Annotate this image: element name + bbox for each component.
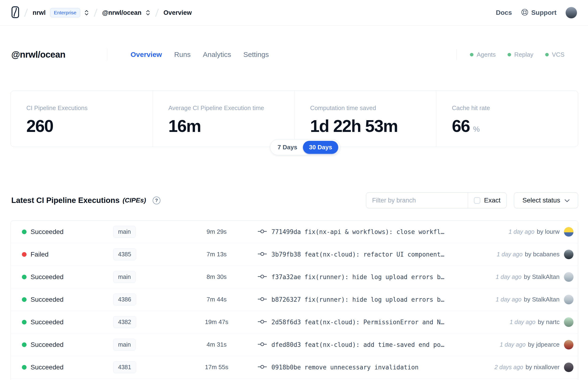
tab-runs[interactable]: Runs <box>174 51 190 58</box>
branch-badge: main <box>113 339 136 351</box>
range-30-days-button[interactable]: 30 Days <box>303 141 338 154</box>
table-row[interactable]: Succeeded main 4m 31s dfed80d3feat(nx-cl… <box>11 333 578 356</box>
table-row[interactable]: Succeeded 4381 17m 55s 0918b0beremove un… <box>11 356 578 379</box>
stat-label: CI Pipeline Executions <box>26 104 153 112</box>
workspace-tabs: Overview Runs Analytics Settings <box>131 51 269 58</box>
commit-hash: 2d58f6d3 <box>271 319 301 326</box>
git-commit-icon <box>258 297 267 303</box>
tab-overview[interactable]: Overview <box>131 51 162 58</box>
branch-badge: 4385 <box>113 248 136 260</box>
commit-message: fix(runner): hide log upload errors b… <box>304 296 444 303</box>
author: by StalkAltan <box>524 296 560 303</box>
table-row[interactable]: Failed 4385 7m 13s 3b79fb38feat(nx-cloud… <box>11 243 578 266</box>
help-icon[interactable]: ? <box>153 197 160 204</box>
stats-card: CI Pipeline Executions 260 Average CI Pi… <box>11 91 578 147</box>
author: by nartc <box>538 318 560 326</box>
breadcrumb-separator <box>94 9 97 17</box>
commit-message: remove unnecessary invalidation <box>304 364 418 371</box>
table-row[interactable]: Succeeded 4382 19m 47s 2d58f6d3feat(nx-c… <box>11 311 578 333</box>
stat-label: Computation time saved <box>310 104 436 112</box>
commit-hash: 771499da <box>271 228 301 235</box>
commit-hash: f37a32ae <box>271 273 301 281</box>
duration: 19m 47s <box>175 318 258 326</box>
author: by jdpearce <box>528 341 560 348</box>
nx-cloud-logo[interactable] <box>11 6 19 19</box>
commit-hash: dfed80d3 <box>271 341 301 348</box>
branch-filter-group: Exact <box>366 192 507 208</box>
range-7-days-button[interactable]: 7 Days <box>272 144 303 151</box>
exact-label: Exact <box>484 197 500 204</box>
stat-average-execution-time: Average CI Pipeline Execution time 16m <box>153 91 294 147</box>
status-dot <box>22 342 27 347</box>
breadcrumb: nrwl Enterprise @nrwl/ocean Overview <box>11 6 192 19</box>
branch-badge: main <box>113 226 136 238</box>
cipes-title: Latest CI Pipeline Executions <box>11 196 119 205</box>
time-ago: 1 day ago <box>495 296 521 303</box>
stat-ci-pipeline-executions: CI Pipeline Executions 260 <box>11 91 153 147</box>
status-select-dropdown[interactable]: Select status <box>514 192 578 208</box>
author: by nixallover <box>525 363 560 371</box>
exact-checkbox[interactable] <box>474 197 480 204</box>
avatar <box>564 249 574 259</box>
status-label: Succeeded <box>31 296 63 303</box>
cipes-header: Latest CI Pipeline Executions (CIPEs) ? … <box>11 192 578 208</box>
time-ago: 1 day ago <box>510 319 535 325</box>
branch-badge: 4382 <box>113 316 136 328</box>
docs-link[interactable]: Docs <box>496 9 512 17</box>
branch-filter-input[interactable] <box>366 192 468 208</box>
stat-cache-hit-rate: Cache hit rate 66 % <box>436 91 578 147</box>
tab-analytics[interactable]: Analytics <box>203 51 231 58</box>
status-dot <box>22 297 27 302</box>
commit-hash: 0918b0be <box>271 364 301 371</box>
green-dot-icon <box>470 53 474 57</box>
commit-message: feat(nx-cloud): add time-saved end po… <box>304 341 444 348</box>
breadcrumb-workspace[interactable]: @nrwl/ocean <box>102 9 141 17</box>
stat-computation-time-saved: Computation time saved 1d 22h 53m <box>294 91 436 147</box>
breadcrumb-org[interactable]: nrwl <box>33 9 46 17</box>
table-row[interactable]: Succeeded main 9m 29s 771499dafix(nx-api… <box>11 221 578 243</box>
user-avatar[interactable] <box>565 7 577 19</box>
status-dot <box>22 320 27 324</box>
workspace-switcher-chevron-icon[interactable] <box>146 10 150 16</box>
stat-value: 260 <box>26 116 53 136</box>
duration: 8m 30s <box>175 273 258 281</box>
cipes-table: Succeeded main 9m 29s 771499dafix(nx-api… <box>11 220 578 380</box>
stat-value: 1d 22h 53m <box>310 116 398 136</box>
commit-message: fix(runner): hide log upload errors b… <box>304 273 444 281</box>
table-row[interactable]: Succeeded 4386 7m 44s b8726327fix(runner… <box>11 288 578 311</box>
table-row[interactable]: Succeeded main 8m 30s f37a32aefix(runner… <box>11 266 578 288</box>
git-commit-icon <box>258 229 267 235</box>
duration: 17m 55s <box>175 363 258 371</box>
green-dot-icon <box>545 53 549 57</box>
stat-label: Average CI Pipeline Execution time <box>168 104 294 112</box>
avatar <box>564 272 574 282</box>
org-switcher-chevron-icon[interactable] <box>84 10 89 16</box>
git-commit-icon <box>258 251 267 258</box>
lifebuoy-icon <box>521 8 529 17</box>
duration: 7m 44s <box>175 296 258 303</box>
breadcrumb-page: Overview <box>163 9 192 17</box>
stat-value-suffix: % <box>473 125 480 136</box>
navbar-actions: Docs Support <box>496 7 577 19</box>
enterprise-badge[interactable]: Enterprise <box>50 8 80 18</box>
indicator-vcs[interactable]: VCS <box>545 51 565 58</box>
header-divider <box>107 49 107 60</box>
status-select-label: Select status <box>522 197 560 204</box>
status-dot <box>22 275 27 279</box>
support-link[interactable]: Support <box>521 8 556 17</box>
exact-match-toggle[interactable]: Exact <box>468 197 506 204</box>
status-label: Failed <box>31 251 48 258</box>
support-label: Support <box>531 9 556 17</box>
indicator-replay[interactable]: Replay <box>508 51 533 58</box>
avatar <box>564 295 574 304</box>
status-label: Succeeded <box>31 318 63 326</box>
time-ago: 1 day ago <box>497 251 523 258</box>
indicator-agents[interactable]: Agents <box>470 51 496 58</box>
workspace-header: @nrwl/ocean Overview Runs Analytics Sett… <box>11 46 577 63</box>
page-title: @nrwl/ocean <box>11 50 65 60</box>
cipes-title-suffix: (CIPEs) <box>123 197 146 204</box>
stat-label: Cache hit rate <box>452 104 578 112</box>
tab-settings[interactable]: Settings <box>244 51 269 58</box>
branch-badge: 4381 <box>113 361 136 373</box>
page: nrwl Enterprise @nrwl/ocean Overview Doc… <box>0 0 588 380</box>
